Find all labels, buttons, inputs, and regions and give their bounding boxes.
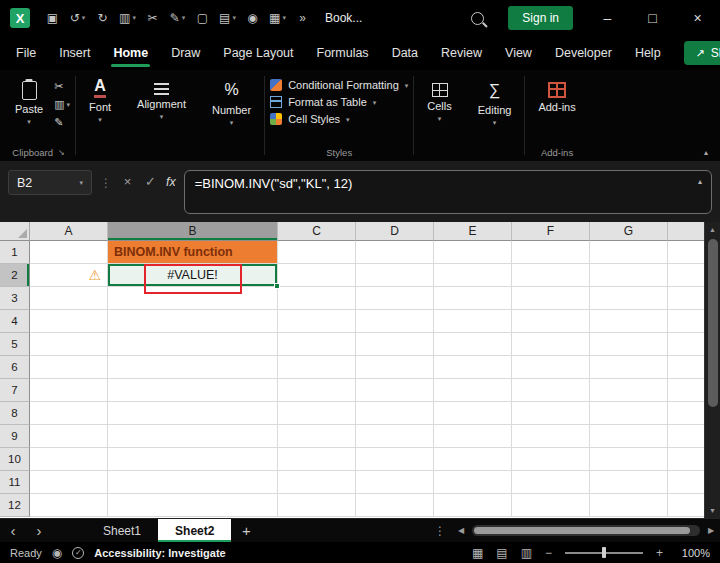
sheet-tab-sheet2[interactable]: Sheet2 [158,519,231,542]
cell-C8[interactable] [278,402,356,425]
cell-D11[interactable] [356,471,434,494]
menu-tab-insert[interactable]: Insert [59,36,90,70]
cell-E11[interactable] [434,471,512,494]
cut-button[interactable]: ✂ [54,81,70,92]
cell-C9[interactable] [278,425,356,448]
number-button[interactable]: % Number ▾ [204,72,259,144]
cell-C2[interactable] [278,264,356,287]
cell-F3[interactable] [512,287,590,310]
editing-button[interactable]: ∑ Editing ▾ [470,72,520,144]
cell-A10[interactable] [30,448,108,471]
cell-D6[interactable] [356,356,434,379]
vertical-scroll-thumb[interactable] [708,239,718,407]
cell-C12[interactable] [278,494,356,517]
cell-F2[interactable] [512,264,590,287]
copy-button[interactable]: ▥▾ [54,99,70,110]
cell-B11[interactable] [108,471,278,494]
cell-styles-button[interactable]: Cell Styles ▾ [270,113,408,125]
cut-icon[interactable]: ✂ [140,6,165,30]
macro-record-icon[interactable]: ◉ [52,547,62,559]
cell-D4[interactable] [356,310,434,333]
cell-A5[interactable] [30,333,108,356]
cell-C3[interactable] [278,287,356,310]
cell-F5[interactable] [512,333,590,356]
cell-F7[interactable] [512,379,590,402]
enter-icon[interactable]: ✓ [143,174,158,189]
add-sheet-button[interactable]: + [231,519,261,542]
zoom-out-icon[interactable]: − [545,547,552,559]
cell-E4[interactable] [434,310,512,333]
cell-G4[interactable] [590,310,668,333]
cell-G11[interactable] [590,471,668,494]
zoom-thumb[interactable] [602,547,606,558]
cell-C11[interactable] [278,471,356,494]
sheet-tab-sheet1[interactable]: Sheet1 [86,519,158,542]
cell-G1[interactable] [590,241,668,264]
cell-D2[interactable] [356,264,434,287]
accessibility-status[interactable]: Accessibility: Investigate [94,547,225,559]
save-icon[interactable]: ▣ [40,6,65,30]
cell-A9[interactable] [30,425,108,448]
cells-button[interactable]: Cells ▾ [419,72,459,144]
cell-B3[interactable] [108,287,278,310]
camera-icon[interactable]: ◉ [240,6,265,30]
error-warning-icon[interactable]: ⚠ [88,268,101,282]
close-button[interactable]: × [675,0,720,36]
cell-B1[interactable]: BINOM.INV function [108,241,278,264]
format-as-table-button[interactable]: Format as Table ▾ [270,96,408,108]
cell-D7[interactable] [356,379,434,402]
column-header-A[interactable]: A [30,222,108,241]
cell-E10[interactable] [434,448,512,471]
cell-E2[interactable] [434,264,512,287]
hscroll-right-icon[interactable]: ▶ [702,519,720,542]
cell-B7[interactable] [108,379,278,402]
cell-F9[interactable] [512,425,590,448]
minimize-button[interactable]: – [585,0,630,36]
cell-D1[interactable] [356,241,434,264]
cell-F11[interactable] [512,471,590,494]
overflow-icon[interactable]: » [290,6,315,30]
cell-D10[interactable] [356,448,434,471]
menu-tab-help[interactable]: Help [635,36,661,70]
scroll-up-icon[interactable]: ▲ [705,222,720,237]
cell-B10[interactable] [108,448,278,471]
zoom-level[interactable]: 100% [676,547,710,559]
row-header-4[interactable]: 4 [0,310,30,333]
alignment-button[interactable]: Alignment ▾ [129,72,194,144]
row-header-1[interactable]: 1 [0,241,30,264]
horizontal-scroll-thumb[interactable] [474,527,690,534]
select-all-corner[interactable] [0,222,30,241]
cell-G8[interactable] [590,402,668,425]
horizontal-scrollbar[interactable] [472,525,700,536]
row-header-3[interactable]: 3 [0,287,30,310]
scroll-down-icon[interactable]: ▼ [705,503,720,518]
cell-A12[interactable] [30,494,108,517]
new-file-icon[interactable]: ▢ [190,6,215,30]
column-header-D[interactable]: D [356,222,434,241]
zoom-in-icon[interactable]: + [656,547,663,559]
column-header-E[interactable]: E [434,222,512,241]
cell-A7[interactable] [30,379,108,402]
tab-overflow-icon[interactable]: ⋮ [428,519,452,542]
cell-E8[interactable] [434,402,512,425]
format-painter-icon[interactable]: ✎▾ [165,6,190,30]
cell-F8[interactable] [512,402,590,425]
column-header-F[interactable]: F [512,222,590,241]
cell-B4[interactable] [108,310,278,333]
sheet-nav-prev-icon[interactable]: ‹ [0,519,26,542]
cell-G6[interactable] [590,356,668,379]
cell-G3[interactable] [590,287,668,310]
cell-F1[interactable] [512,241,590,264]
cell-D8[interactable] [356,402,434,425]
row-header-6[interactable]: 6 [0,356,30,379]
normal-view-icon[interactable]: ▦ [472,547,483,559]
cell-A3[interactable] [30,287,108,310]
sheet-nav-next-icon[interactable]: › [26,519,52,542]
cell-A1[interactable] [30,241,108,264]
cell-C5[interactable] [278,333,356,356]
search-icon[interactable] [471,12,484,25]
cell-E1[interactable] [434,241,512,264]
cell-F6[interactable] [512,356,590,379]
hscroll-left-icon[interactable]: ◀ [452,519,470,542]
cell-D12[interactable] [356,494,434,517]
